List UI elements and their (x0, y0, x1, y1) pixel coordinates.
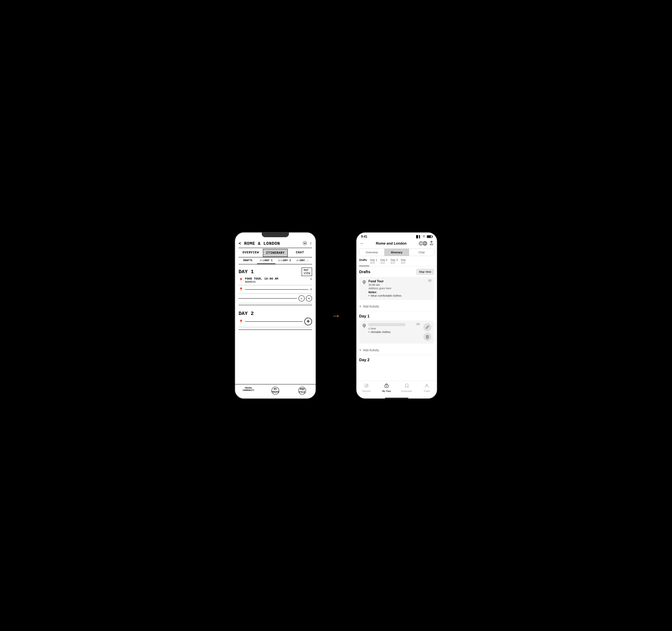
share-button[interactable] (430, 241, 433, 246)
person-icon (425, 383, 429, 389)
sketch-action-btns: ✏️ ✕ (298, 295, 312, 302)
sketch-tab-itinerary[interactable]: ITINERARY (263, 249, 288, 257)
delete-activity-btn[interactable] (423, 333, 431, 341)
phone-panel: 9:41 ▐▌▌ ← (344, 232, 449, 399)
my-trips-label: My Trips (382, 390, 391, 392)
avatar-2: NT (422, 241, 428, 246)
activity-food-tour-time: 10:00 am (368, 283, 426, 286)
day-tab-day2[interactable]: Day 23/11 (380, 257, 390, 266)
sketch-delete-btn[interactable]: ✕ (306, 295, 312, 302)
nav-my-trips[interactable]: My Trips (377, 382, 397, 393)
drafts-title: Drafts (359, 270, 370, 274)
activity-day1-note: •nfortable clothes (368, 330, 414, 333)
tab-overview[interactable]: Overview (359, 249, 384, 256)
sketch-day2-title: DAY 2 (239, 311, 312, 317)
signal-icon: ▐▌▌ (415, 235, 421, 238)
activity-card-food-tour: Food Tour 10:00 am Address goes here Not… (359, 277, 434, 300)
compass-icon (364, 383, 369, 389)
bookmarks-label: Bookmarks (401, 390, 412, 392)
day2-title: Day 2 (359, 358, 434, 362)
tab-chat[interactable]: Chat (409, 249, 434, 256)
sketch-activity-1: 📍 FOOD TOUR, 10:00 AM ADDRESS ≡ (239, 277, 312, 285)
sketch-mytrips-circle: MYTRIPS (271, 387, 279, 395)
sketch-day-tab-day2[interactable]: 3/11DAY 2 (275, 257, 294, 264)
sketch-activity-2: 📍 ≡ (239, 287, 312, 294)
home-indicator (385, 398, 408, 399)
sketch-nav-travel[interactable]: TRAVELCOMMUNITY (235, 387, 262, 395)
sketch-day-tabs: DRAFTS 3/10DAY 1 3/11DAY 2 3/1DAY... (239, 257, 312, 264)
day-tab-day4[interactable]: Day3/13 (401, 257, 408, 266)
sketch-tabs: OVERVIEW ITINERARY CHAT (239, 249, 312, 257)
map-view-button[interactable]: Map View (416, 269, 434, 275)
sketch-header-icons: ⦿ ↑ (303, 241, 312, 246)
sketch-day-tab-day1[interactable]: 3/10DAY 1 (257, 257, 275, 264)
sketch-nav-profile[interactable]: PROFILE (289, 387, 316, 395)
arrow-icon: → (331, 310, 341, 321)
activity-food-tour-info: Food Tour 10:00 am Address goes here Not… (368, 280, 426, 297)
page-title: Rome and London (376, 242, 407, 246)
header-right: IN NT (418, 241, 433, 246)
sketch-nav-mytrips[interactable]: MYTRIPS (262, 387, 289, 395)
activity-location-icon (362, 280, 366, 285)
svg-point-6 (426, 384, 428, 386)
scroll-content: Drafts Map View Food Tour 10:00 am (356, 266, 437, 381)
day1-title: Day 1 (359, 314, 434, 319)
back-button[interactable]: ← (360, 241, 364, 246)
wifi-icon (422, 235, 426, 238)
add-plus-icon: + (359, 304, 361, 309)
sketch-day1-title: DAY 1 MAPVIEW (239, 268, 312, 276)
edit-activity-btn[interactable] (423, 323, 431, 331)
sketch-activity-1-sub: ADDRESS (245, 280, 308, 283)
sketch-location-icon-2: 📍 (239, 287, 243, 292)
sketch-drag-icon-2: ≡ (310, 287, 312, 292)
activity-food-tour-notes-label: Notes: (368, 291, 426, 294)
sketch-phone-frame: < ROME & LONDON ⦿ ↑ OVERVIEW ITINERARY C… (235, 232, 316, 399)
svg-point-1 (364, 281, 365, 282)
sketch-empty-line-1 (245, 289, 308, 290)
main-tabs: Overview Itinerary Chat (359, 249, 434, 256)
sketch-panel: < ROME & LONDON ⦿ ↑ OVERVIEW ITINERARY C… (223, 232, 328, 399)
drafts-section-header: Drafts Map View (359, 269, 434, 275)
sketch-activity-1-title: FOOD TOUR, 10:00 AM (245, 277, 308, 280)
sketch-edit-btn[interactable]: ✏️ (298, 295, 305, 302)
sketch-day-tab-drafts[interactable]: DRAFTS (239, 257, 257, 264)
bag-icon (384, 383, 389, 389)
avatar-group: IN NT (418, 241, 428, 246)
status-icons: ▐▌▌ (415, 235, 432, 238)
sketch-day2-activity: 📍 + (239, 318, 312, 327)
activity-day1-address: s here (368, 327, 414, 330)
tab-itinerary[interactable]: Itinerary (384, 249, 409, 256)
nav-profile[interactable]: Profile (417, 382, 437, 393)
sketch-add-btn[interactable]: + (304, 318, 312, 325)
sketch-header: < ROME & LONDON ⦿ ↑ (239, 239, 312, 248)
sketch-notch (262, 232, 289, 237)
battery-icon (427, 235, 432, 238)
add-activity-drafts-btn[interactable]: + Add Activity (359, 302, 434, 311)
activity-note-item: •Wear comfortable clothes (368, 294, 426, 297)
activity-day1-location-icon (362, 324, 366, 328)
status-bar: 9:41 ▐▌▌ (356, 232, 437, 239)
activity-food-tour-address: Address goes here (368, 287, 426, 290)
sketch-tab-overview[interactable]: OVERVIEW (239, 249, 263, 257)
sketch-bottom-nav: TRAVELCOMMUNITY MYTRIPS PROFILE (235, 384, 316, 399)
sketch-profile-circle: PROFILE (298, 387, 306, 395)
day-tab-drafts[interactable]: Drafts (359, 257, 369, 266)
day-tab-day1[interactable]: Day 13/10 (370, 257, 380, 266)
day-tabs: Drafts Day 13/10 Day 23/11 Day 33/12 Day… (356, 256, 437, 266)
phone-header: ← Rome and London IN NT (356, 239, 437, 248)
day-tab-day3[interactable]: Day 33/12 (391, 257, 400, 266)
sketch-tab-chat[interactable]: CHAT (288, 249, 312, 257)
activity-food-tour-notes: •Wear comfortable clothes (368, 294, 426, 297)
drag-handle[interactable] (428, 280, 431, 281)
drag-handle-day1[interactable] (416, 323, 420, 325)
phone-frame: 9:41 ▐▌▌ ← (356, 232, 437, 399)
nav-discover[interactable]: Discover (356, 382, 377, 393)
add-activity-day1-label: Add Activity (363, 349, 379, 352)
nav-bookmarks[interactable]: Bookmarks (397, 382, 417, 393)
bookmark-icon (405, 383, 409, 389)
activity-food-tour-name: Food Tour (368, 280, 426, 283)
add-activity-day1-btn[interactable]: + Add Activity (359, 346, 434, 355)
sketch-map-view-btn[interactable]: MAPVIEW (302, 268, 312, 276)
sketch-location-icon-1: 📍 (239, 278, 243, 282)
sketch-day-tab-day3[interactable]: 3/1DAY... (294, 257, 312, 264)
